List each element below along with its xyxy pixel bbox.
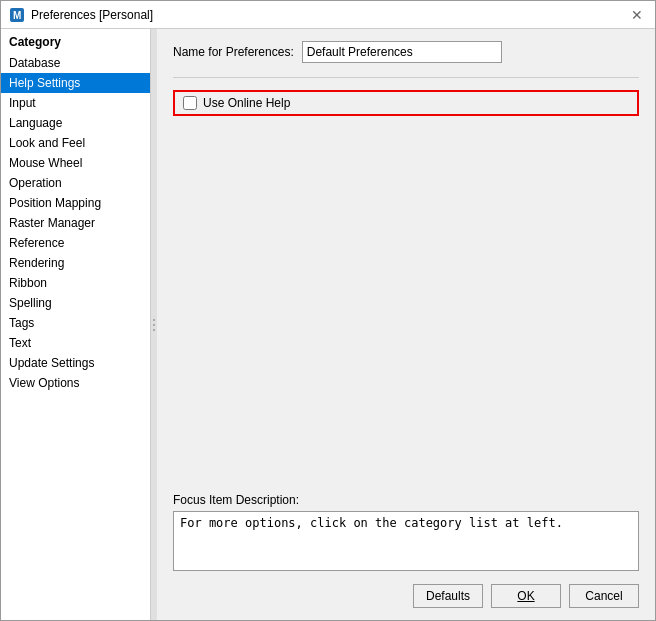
sidebar-item-spelling[interactable]: Spelling	[1, 293, 150, 313]
sidebar-item-view-options[interactable]: View Options	[1, 373, 150, 393]
resize-dot-3	[153, 329, 155, 331]
svg-text:M: M	[13, 10, 21, 21]
sidebar-item-help-settings[interactable]: Help Settings	[1, 73, 150, 93]
sidebar-item-position-mapping[interactable]: Position Mapping	[1, 193, 150, 213]
sidebar-item-look-and-feel[interactable]: Look and Feel	[1, 133, 150, 153]
name-row: Name for Preferences:	[173, 41, 639, 63]
focus-description-box: For more options, click on the category …	[173, 511, 639, 571]
use-online-help-label: Use Online Help	[203, 96, 290, 110]
window-title: Preferences [Personal]	[31, 8, 153, 22]
title-bar-left: M Preferences [Personal]	[9, 7, 153, 23]
title-bar: M Preferences [Personal] ✕	[1, 1, 655, 29]
defaults-button[interactable]: Defaults	[413, 584, 483, 608]
sidebar-item-raster-manager[interactable]: Raster Manager	[1, 213, 150, 233]
name-label: Name for Preferences:	[173, 45, 294, 59]
name-input[interactable]	[302, 41, 502, 63]
sidebar: Category Database Help Settings Input La…	[1, 29, 151, 620]
separator	[173, 77, 639, 78]
sidebar-item-tags[interactable]: Tags	[1, 313, 150, 333]
sidebar-item-update-settings[interactable]: Update Settings	[1, 353, 150, 373]
sidebar-item-ribbon[interactable]: Ribbon	[1, 273, 150, 293]
close-button[interactable]: ✕	[627, 5, 647, 25]
content-area: Category Database Help Settings Input La…	[1, 29, 655, 620]
sidebar-item-text[interactable]: Text	[1, 333, 150, 353]
app-icon: M	[9, 7, 25, 23]
sidebar-item-reference[interactable]: Reference	[1, 233, 150, 253]
spacer	[173, 128, 639, 493]
ok-button[interactable]: OK	[491, 584, 561, 608]
focus-description-label: Focus Item Description:	[173, 493, 639, 507]
use-online-help-area: Use Online Help	[173, 90, 639, 116]
main-panel: Name for Preferences: Use Online Help Fo…	[157, 29, 655, 620]
sidebar-item-rendering[interactable]: Rendering	[1, 253, 150, 273]
resize-dot-2	[153, 324, 155, 326]
bottom-section: Focus Item Description: For more options…	[173, 493, 639, 608]
button-row: Defaults OK Cancel	[173, 584, 639, 608]
sidebar-item-language[interactable]: Language	[1, 113, 150, 133]
use-online-help-checkbox[interactable]	[183, 96, 197, 110]
sidebar-item-input[interactable]: Input	[1, 93, 150, 113]
cancel-button[interactable]: Cancel	[569, 584, 639, 608]
sidebar-header: Category	[1, 31, 150, 53]
sidebar-item-mouse-wheel[interactable]: Mouse Wheel	[1, 153, 150, 173]
preferences-window: M Preferences [Personal] ✕ Category Data…	[0, 0, 656, 621]
sidebar-item-database[interactable]: Database	[1, 53, 150, 73]
sidebar-item-operation[interactable]: Operation	[1, 173, 150, 193]
resize-dot-1	[153, 319, 155, 321]
